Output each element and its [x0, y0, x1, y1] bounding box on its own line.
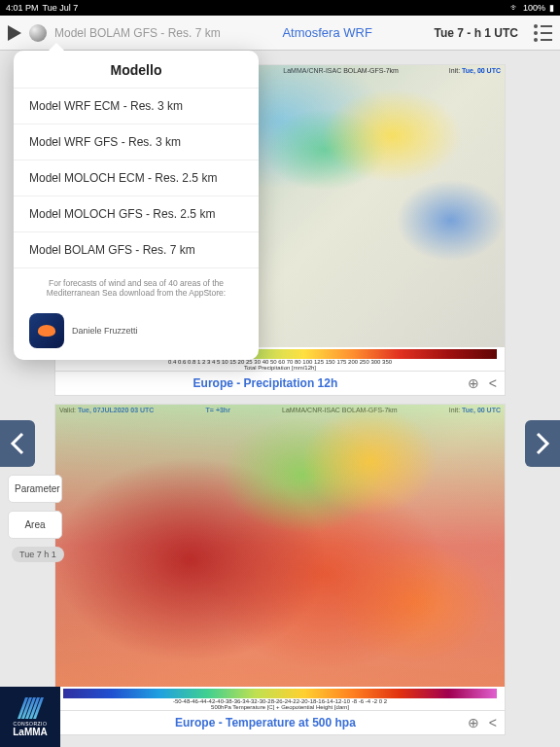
area-button[interactable]: Area: [8, 511, 62, 539]
map-temperature[interactable]: Valid: Tue, 07JUL2020 03 UTC T= +3hr LaM…: [55, 405, 505, 687]
current-model-label[interactable]: Model BOLAM GFS - Res. 7 km: [54, 26, 221, 40]
status-time: 4:01 PM: [6, 3, 39, 13]
share-icon[interactable]: <: [489, 715, 497, 730]
popover-app-link[interactable]: Daniele Fruzzetti: [14, 307, 259, 360]
app-title: Atmosfera WRF: [282, 25, 371, 40]
share-icon[interactable]: <: [489, 375, 497, 391]
parameter-button[interactable]: Parameter: [8, 475, 62, 503]
app-header: Model BOLAM GFS - Res. 7 km Atmosfera WR…: [0, 16, 560, 51]
status-bar: 4:01 PM Tue Jul 7 ᯤ 100% ▮: [0, 0, 560, 16]
time-chip[interactable]: Tue 7 h 1: [12, 547, 64, 562]
app-icon: [29, 313, 64, 348]
chart-title: Europe - Precipitation 12h: [63, 376, 468, 390]
battery-icon: ▮: [549, 3, 554, 13]
model-popover: Modello Model WRF ECM - Res. 3 km Model …: [14, 51, 259, 360]
color-scale-temp: -50-48-46-44-42-40-38-36-34-32-30-28-26-…: [55, 687, 505, 710]
nav-prev-button[interactable]: [0, 420, 35, 467]
zoom-icon[interactable]: ⊕: [468, 375, 479, 391]
nav-next-button[interactable]: [525, 420, 560, 467]
model-selector-icon[interactable]: [29, 24, 47, 42]
app-author: Daniele Fruzzetti: [72, 326, 138, 336]
zoom-icon[interactable]: ⊕: [468, 715, 479, 730]
popover-footer-text: For forecasts of wind and sea of 40 area…: [14, 267, 259, 307]
chart-title: Europe - Temperature at 500 hpa: [63, 716, 468, 729]
model-option[interactable]: Model MOLOCH ECM - Res. 2.5 km: [14, 160, 259, 196]
model-option[interactable]: Model BOLAM GFS - Res. 7 km: [14, 231, 259, 267]
lamma-logo[interactable]: CONSORZIO LaMMA: [0, 687, 60, 747]
model-option[interactable]: Model WRF GFS - Res. 3 km: [14, 124, 259, 160]
forecast-time-label: Tue 7 - h 1 UTC: [435, 26, 518, 40]
play-icon[interactable]: [8, 25, 21, 41]
side-controls: Parameter Area Tue 7 h 1: [8, 475, 64, 562]
popover-title: Modello: [14, 51, 259, 88]
model-option[interactable]: Model MOLOCH GFS - Res. 2.5 km: [14, 196, 259, 231]
wifi-icon: ᯤ: [510, 3, 519, 13]
status-date: Tue Jul 7: [43, 3, 79, 13]
list-menu-icon[interactable]: [534, 24, 552, 42]
model-option[interactable]: Model WRF ECM - Res. 3 km: [14, 88, 259, 124]
battery-percent: 100%: [523, 3, 545, 13]
chart-card-temperature[interactable]: Valid: Tue, 07JUL2020 03 UTC T= +3hr LaM…: [54, 404, 506, 735]
